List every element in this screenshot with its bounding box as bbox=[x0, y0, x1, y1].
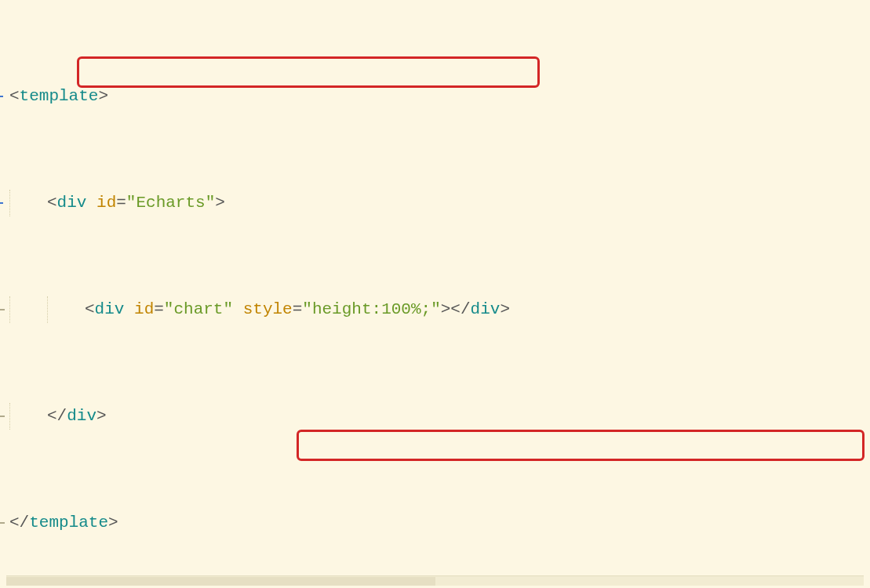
highlight-box-2 bbox=[297, 430, 865, 461]
fold-tick-icon bbox=[0, 416, 5, 417]
code-line: </template> bbox=[0, 510, 870, 536]
fold-tick-icon bbox=[0, 96, 3, 97]
fold-tick-icon bbox=[0, 522, 5, 524]
code-line: <template> bbox=[0, 83, 870, 110]
code-line: <div id="Echarts"> bbox=[0, 190, 870, 216]
fold-tick-icon bbox=[0, 202, 3, 204]
code-line: <div id="chart" style="height:100%;"></d… bbox=[0, 296, 870, 323]
fold-tick-icon bbox=[0, 309, 5, 310]
code-line: </div> bbox=[0, 403, 870, 430]
horizontal-scrollbar[interactable] bbox=[6, 575, 864, 586]
scrollbar-thumb[interactable] bbox=[6, 577, 435, 586]
code-editor[interactable]: <template> <div id="Echarts"> <div id="c… bbox=[0, 3, 870, 588]
